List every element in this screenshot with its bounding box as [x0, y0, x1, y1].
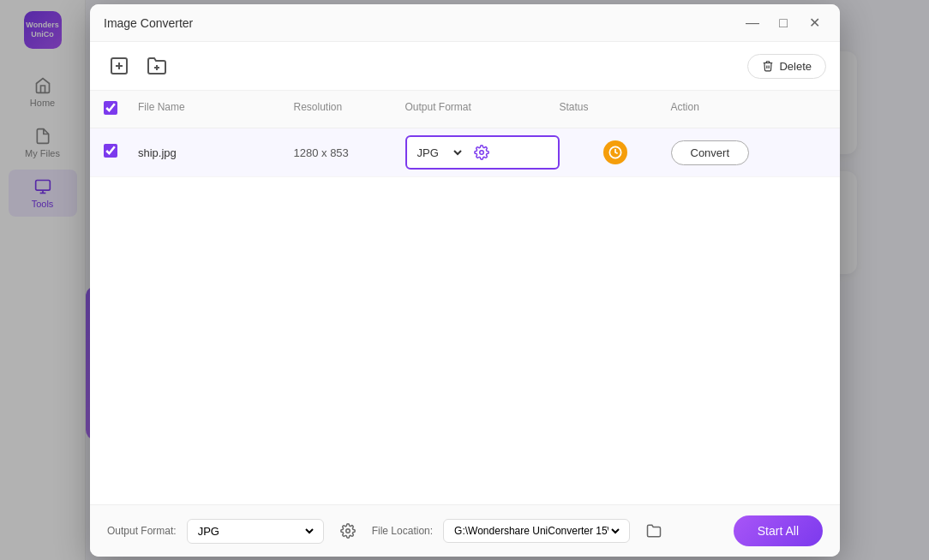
output-format-label: Output Format: [107, 525, 177, 537]
minimize-button[interactable]: — [740, 11, 764, 35]
bottom-settings-icon [340, 523, 356, 539]
row-status-cell [560, 140, 671, 164]
start-all-button[interactable]: Start All [734, 515, 823, 546]
add-folder-button[interactable] [141, 51, 172, 81]
delete-button[interactable]: Delete [747, 54, 826, 79]
status-header: Status [560, 98, 671, 121]
output-format-dropdown: JPG PNG BMP TIFF GIF WEBP [187, 519, 324, 544]
output-format-settings-button[interactable] [334, 517, 362, 545]
add-file-icon [109, 56, 129, 76]
clock-icon [608, 146, 622, 159]
row-format-select[interactable]: JPG PNG BMP TIFF GIF WEBP [414, 146, 464, 160]
window-controls: — □ ✕ [740, 11, 826, 35]
delete-label: Delete [779, 60, 812, 73]
output-format-select[interactable]: JPG PNG BMP TIFF GIF WEBP [195, 524, 316, 539]
modal-titlebar: Image Converter — □ ✕ [90, 4, 840, 42]
file-location-label: File Location: [372, 525, 433, 537]
settings-icon [474, 145, 489, 160]
svg-point-8 [479, 151, 483, 155]
resolution-header: Resolution [294, 98, 405, 121]
filename-header: File Name [138, 98, 294, 121]
row-resolution: 1280 x 853 [294, 146, 405, 159]
folder-icon [646, 523, 662, 539]
row-format-settings-button[interactable] [470, 140, 494, 164]
modal-title: Image Converter [104, 16, 740, 30]
row-checkbox-cell [104, 144, 138, 161]
modal-toolbar: Delete [90, 42, 840, 91]
image-converter-modal: Image Converter — □ ✕ [90, 4, 840, 557]
action-header: Action [671, 98, 827, 121]
output-format-header: Output Format [405, 98, 560, 121]
row-action-cell: Convert [671, 140, 827, 165]
table-body: ship.jpg 1280 x 853 JPG PNG BMP TIFF GIF… [90, 128, 840, 504]
format-selector-container: JPG PNG BMP TIFF GIF WEBP [405, 135, 560, 170]
delete-icon [762, 60, 774, 72]
browse-folder-button[interactable] [640, 517, 668, 545]
file-location-select[interactable]: G:\Wondershare UniConverter 15\Im Custom… [451, 524, 622, 538]
add-folder-icon [147, 56, 167, 76]
status-pending-icon [603, 140, 627, 164]
select-all-checkbox[interactable] [104, 101, 117, 115]
close-button[interactable]: ✕ [802, 11, 826, 35]
table-row: ship.jpg 1280 x 853 JPG PNG BMP TIFF GIF… [90, 128, 840, 177]
row-filename: ship.jpg [138, 146, 294, 159]
add-file-button[interactable] [104, 51, 135, 81]
svg-point-10 [345, 529, 350, 533]
row-checkbox[interactable] [104, 144, 117, 158]
checkbox-header [104, 98, 138, 121]
file-location-dropdown: G:\Wondershare UniConverter 15\Im Custom… [443, 519, 630, 543]
modal-bottom-bar: Output Format: JPG PNG BMP TIFF GIF WEBP… [90, 504, 840, 557]
row-format-cell: JPG PNG BMP TIFF GIF WEBP [405, 135, 560, 170]
table-header: File Name Resolution Output Format Statu… [90, 91, 840, 128]
convert-button[interactable]: Convert [671, 140, 750, 165]
maximize-button[interactable]: □ [771, 11, 795, 35]
